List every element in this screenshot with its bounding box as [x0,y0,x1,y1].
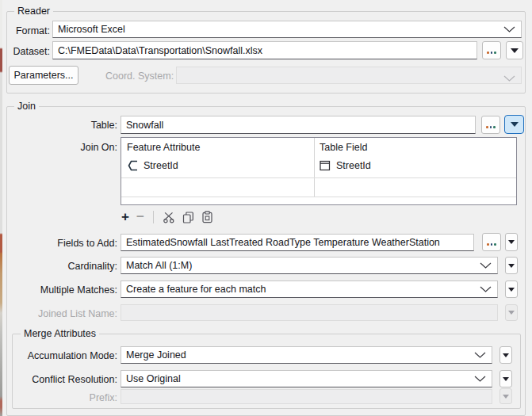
fields-to-add-label: Fields to Add: [57,238,117,249]
parameters-button[interactable]: Parameters... [9,66,78,85]
copy-icon [182,212,194,223]
coord-system-combobox [176,67,522,84]
chevron-down-icon [474,376,486,382]
chevron-down-icon [480,286,492,292]
join-on-table[interactable]: Feature Attribute Table Field StreetId S… [121,137,517,205]
toolbar-separator [153,211,154,223]
parameters-button-label: Parameters... [13,70,73,81]
dropdown-triangle-icon [503,395,509,399]
cardinality-label: Cardinality: [67,261,117,272]
background-canvas-edge [0,0,2,416]
joined-list-name-label: Joined List Name: [38,308,117,319]
table-field[interactable] [121,116,476,134]
column-header-feature-attribute: Feature Attribute [127,142,200,153]
prefix-field [121,389,492,404]
row-divider [121,197,516,197]
multiple-matches-combobox[interactable] [121,281,498,298]
table-browse-button[interactable] [481,116,500,134]
join-group-title: Join [14,101,39,112]
cardinality-dropdown-button[interactable] [505,257,518,274]
multiple-matches-label: Multiple Matches: [40,284,117,296]
fields-to-add-dropdown-button[interactable] [505,233,518,251]
format-combobox[interactable] [52,21,522,38]
feature-attribute-cell: StreetId [144,160,178,171]
table-label: Table: [91,120,117,131]
table-value[interactable] [121,116,475,133]
conflict-resolution-dropdown-button[interactable] [499,370,512,387]
merge-attributes-group-title: Merge Attributes [21,328,99,339]
joined-list-name-dropdown-button [505,304,518,321]
fields-to-add-browse-button[interactable] [482,233,501,251]
format-label: Format: [16,25,50,36]
conflict-resolution-label: Conflict Resolution: [32,374,117,385]
dropdown-triangle-icon [508,264,515,268]
ellipsis-icon [487,47,496,54]
accumulation-mode-combobox[interactable] [121,346,492,364]
scissors-icon [163,212,175,223]
dropdown-triangle-icon [503,353,509,357]
dataset-value[interactable] [53,42,477,59]
chevron-down-icon [503,73,515,84]
table-field-icon [320,160,331,171]
format-value[interactable] [53,21,521,37]
conflict-resolution-combobox[interactable] [121,370,492,387]
prefix-dropdown-button [499,388,512,404]
conflict-resolution-value[interactable] [121,371,492,387]
joined-list-name-field [121,304,498,321]
dataset-label: Dataset: [13,46,50,57]
dropdown-triangle-icon [511,48,519,53]
chevron-down-icon [503,26,515,32]
ellipsis-icon [486,121,496,128]
prefix-label: Prefix: [90,392,117,403]
table-field-cell: StreetId [336,160,371,171]
cut-button[interactable] [163,212,175,223]
cardinality-combobox[interactable] [121,257,498,274]
column-divider [314,138,315,197]
table-row[interactable]: StreetId [320,160,371,171]
cardinality-value[interactable] [121,258,497,273]
add-row-button[interactable]: + [121,209,129,225]
chevron-down-icon [474,352,486,358]
clipboard-paste-icon [201,211,213,223]
dropdown-triangle-icon [508,240,515,244]
dropdown-triangle-icon [511,122,519,127]
join-on-toolbar: + − [121,208,213,226]
coord-system-label: Coord. System: [105,71,174,82]
dropdown-triangle-icon [508,311,515,315]
reader-group-title: Reader [14,6,53,17]
dropdown-triangle-icon [508,288,515,292]
paste-button[interactable] [201,211,213,223]
dataset-field[interactable] [52,41,477,59]
accumulation-mode-dropdown-button[interactable] [499,346,512,364]
join-on-label: Join On: [80,142,117,153]
table-dropdown-button-highlighted[interactable] [504,115,524,134]
row-divider [121,177,516,178]
fields-to-add-value[interactable] [121,235,473,250]
dropdown-triangle-icon [503,377,509,381]
ellipsis-icon [487,239,496,246]
fields-to-add-field[interactable] [121,234,474,251]
dataset-dropdown-button[interactable] [506,41,523,59]
dataset-browse-button[interactable] [482,41,501,59]
remove-row-button[interactable]: − [136,209,144,225]
feature-attribute-icon [128,160,138,171]
copy-button[interactable] [182,212,194,223]
column-header-table-field: Table Field [320,142,367,153]
multiple-matches-value[interactable] [121,281,497,297]
transformer-parameters-panel: Reader Format: Dataset: Parameters... Co… [0,0,532,416]
accumulation-mode-value[interactable] [121,347,492,363]
multiple-matches-dropdown-button[interactable] [505,281,518,298]
chevron-down-icon [480,262,492,269]
accumulation-mode-label: Accumulation Mode: [28,350,117,361]
table-row[interactable]: StreetId [128,160,178,171]
